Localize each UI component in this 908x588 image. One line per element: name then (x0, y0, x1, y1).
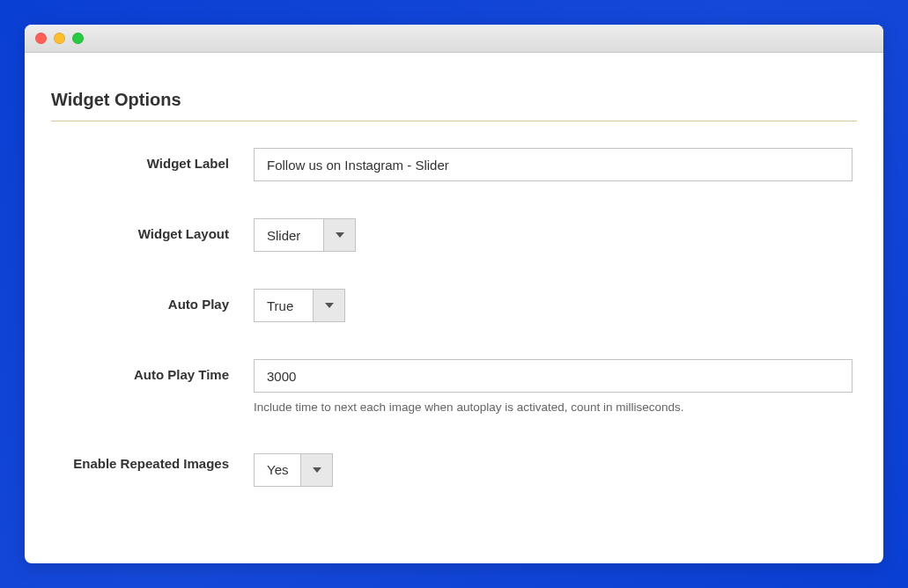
label-enable-repeated: Enable Repeated Images (51, 453, 254, 473)
chevron-down-icon (325, 303, 334, 308)
auto-play-arrow[interactable] (313, 290, 344, 321)
widget-layout-select[interactable]: Slider (254, 218, 356, 252)
row-enable-repeated: Enable Repeated Images Yes (51, 453, 857, 487)
auto-play-time-input[interactable] (254, 359, 853, 393)
close-icon[interactable] (35, 33, 47, 44)
chevron-down-icon (313, 467, 321, 473)
widget-layout-value: Slider (255, 219, 323, 251)
widget-layout-arrow[interactable] (323, 219, 355, 251)
widget-label-input[interactable] (254, 148, 853, 181)
control-auto-play: True (254, 289, 853, 322)
control-auto-play-time: Include time to next each image when aut… (254, 359, 853, 416)
label-widget-layout: Widget Layout (51, 218, 254, 243)
enable-repeated-arrow[interactable] (300, 454, 332, 486)
label-auto-play: Auto Play (51, 289, 254, 313)
auto-play-select[interactable]: True (254, 289, 345, 322)
row-auto-play: Auto Play True (51, 289, 857, 322)
enable-repeated-value: Yes (255, 454, 300, 486)
window-titlebar (25, 25, 883, 53)
row-widget-label: Widget Label (51, 148, 857, 181)
row-auto-play-time: Auto Play Time Include time to next each… (51, 359, 857, 416)
control-widget-label (254, 148, 853, 181)
label-widget-label: Widget Label (51, 148, 254, 173)
auto-play-value: True (255, 290, 313, 321)
label-auto-play-time: Auto Play Time (51, 359, 254, 384)
control-widget-layout: Slider (254, 218, 853, 252)
chevron-down-icon (336, 232, 344, 238)
control-enable-repeated: Yes (254, 453, 853, 487)
auto-play-time-help: Include time to next each image when aut… (254, 400, 853, 416)
minimize-icon[interactable] (54, 33, 65, 44)
section-title: Widget Options (51, 90, 857, 121)
enable-repeated-select[interactable]: Yes (254, 453, 333, 487)
app-window: Widget Options Widget Label Widget Layou… (25, 25, 883, 563)
maximize-icon[interactable] (72, 33, 84, 44)
row-widget-layout: Widget Layout Slider (51, 218, 857, 252)
content-area: Widget Options Widget Label Widget Layou… (25, 53, 883, 563)
